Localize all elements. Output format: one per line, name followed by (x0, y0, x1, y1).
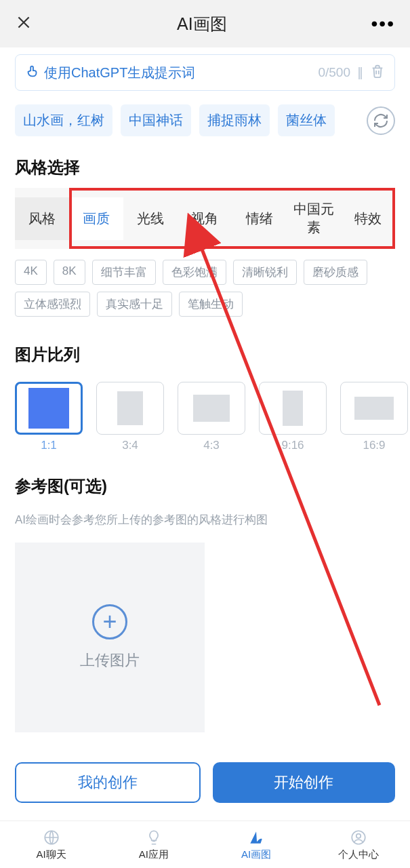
nav-icon (247, 828, 266, 847)
quality-chip[interactable]: 笔触生动 (179, 292, 243, 317)
prompt-hint-text: 使用ChatGPT生成提示词 (44, 64, 318, 82)
style-tab[interactable]: 中国元素 (287, 188, 341, 249)
quality-chip[interactable]: 8K (54, 260, 85, 285)
nav-item[interactable]: AI画图 (205, 821, 308, 868)
suggestion-chip[interactable]: 菌丝体 (278, 104, 335, 136)
my-works-button[interactable]: 我的创作 (15, 762, 201, 803)
trash-icon[interactable] (370, 64, 385, 81)
upload-image-box[interactable]: + 上传图片 (15, 542, 205, 732)
suggestion-chip[interactable]: 山水画，红树 (15, 104, 112, 136)
ratio-option[interactable]: 16:9 (340, 382, 408, 452)
plus-circle-icon: + (92, 604, 127, 639)
section-heading-ref: 参考图(可选) (0, 452, 410, 507)
suggestion-chip[interactable]: 中国神话 (121, 104, 191, 136)
style-tab[interactable]: 光线 (123, 197, 178, 240)
style-tab[interactable]: 画质 (69, 197, 123, 240)
nav-item[interactable]: 个人中心 (308, 821, 410, 868)
style-tab[interactable]: 情绪 (232, 197, 287, 240)
prompt-hint-button[interactable]: 使用ChatGPT生成提示词 0/500 ‖ (15, 54, 395, 91)
style-tab[interactable]: 视角 (178, 197, 232, 240)
quality-chip[interactable]: 4K (15, 260, 47, 285)
start-create-button[interactable]: 开始创作 (213, 762, 396, 803)
nav-item[interactable]: AI应用 (102, 821, 205, 868)
more-icon[interactable]: ••• (371, 13, 395, 35)
suggestion-chip[interactable]: 捕捉雨林 (199, 104, 270, 136)
nav-label: AI聊天 (37, 848, 66, 861)
pause-icon: ‖ (357, 65, 363, 80)
char-counter: 0/500 (318, 65, 350, 80)
close-icon[interactable] (15, 14, 33, 34)
ratio-option[interactable]: 1:1 (15, 382, 83, 452)
style-tab[interactable]: 特效 (341, 197, 395, 240)
quality-chip[interactable]: 细节丰富 (92, 260, 156, 285)
style-tab[interactable]: 风格 (15, 197, 69, 240)
svg-point-2 (356, 834, 361, 839)
section-heading-style: 风格选择 (0, 136, 410, 188)
nav-label: AI画图 (241, 848, 271, 861)
quality-chip[interactable]: 色彩饱满 (163, 260, 226, 285)
quality-chip[interactable]: 清晰锐利 (233, 260, 297, 285)
quality-chip[interactable]: 立体感强烈 (15, 292, 90, 317)
nav-item[interactable]: AI聊天 (0, 821, 102, 868)
ratio-option[interactable]: 4:3 (178, 382, 245, 452)
nav-icon (42, 828, 61, 847)
quality-chip[interactable]: 真实感十足 (97, 292, 172, 317)
nav-icon (349, 828, 368, 847)
nav-label: AI应用 (139, 848, 169, 861)
nav-label: 个人中心 (338, 848, 379, 861)
ratio-option[interactable]: 9:16 (259, 382, 327, 452)
upload-label: 上传图片 (80, 639, 140, 671)
point-icon (25, 64, 40, 81)
nav-icon (144, 828, 163, 847)
ratio-option[interactable]: 3:4 (96, 382, 164, 452)
quality-chip[interactable]: 磨砂质感 (304, 260, 367, 285)
ref-subtext: AI绘画时会参考您所上传的参考图的风格进行构图 (0, 507, 410, 528)
page-title: AI画图 (177, 13, 227, 35)
refresh-icon[interactable] (367, 106, 395, 135)
section-heading-ratio: 图片比列 (0, 317, 410, 375)
